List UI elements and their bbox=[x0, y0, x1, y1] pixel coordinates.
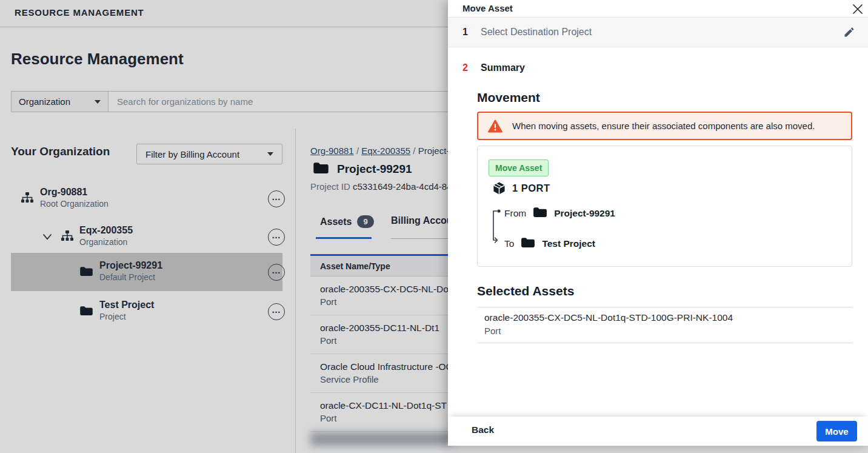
breadcrumb-separator: / bbox=[356, 146, 361, 156]
folder-icon bbox=[521, 237, 535, 250]
ellipsis-icon: … bbox=[272, 232, 281, 238]
back-button[interactable]: Back bbox=[472, 424, 494, 435]
tree-item-name: Eqx-200355 bbox=[79, 224, 133, 237]
project-id-label: Project ID bbox=[310, 181, 350, 192]
breadcrumb-link-org[interactable]: Org-90881 bbox=[310, 146, 354, 156]
tree-row-eqx-200355[interactable]: Eqx-200355 Organization … bbox=[11, 218, 282, 256]
package-cube-icon bbox=[492, 181, 506, 195]
row-actions-menu-button[interactable]: … bbox=[268, 229, 285, 246]
tree-row-test-project[interactable]: Test Project Project … bbox=[11, 292, 282, 331]
from-to-connector-icon bbox=[491, 208, 503, 246]
selected-asset-type: Port bbox=[484, 326, 501, 336]
pencil-icon bbox=[843, 26, 855, 38]
movement-card: Move Asset 1 PORT From Project- bbox=[477, 146, 852, 267]
warning-banner: When moving assets, ensure their associa… bbox=[477, 112, 852, 140]
tree-item-type: Default Project bbox=[99, 272, 162, 283]
asset-count-label: 1 PORT bbox=[512, 183, 550, 194]
move-asset-drawer: Move Asset 1 Select Destination Project … bbox=[448, 0, 868, 446]
ellipsis-icon: … bbox=[272, 267, 281, 273]
project-title: Project-99291 bbox=[337, 163, 412, 176]
tree-item-type: Project bbox=[99, 311, 154, 322]
to-project-name: Test Project bbox=[542, 238, 595, 249]
panel-divider bbox=[295, 129, 296, 453]
your-organization-heading: Your Organization bbox=[11, 145, 110, 158]
step-number: 1 bbox=[462, 27, 468, 38]
drawer-footer: Back Move bbox=[448, 417, 868, 446]
page-title: Resource Management bbox=[11, 50, 184, 69]
edit-step-button[interactable] bbox=[842, 25, 856, 40]
folder-icon bbox=[80, 266, 93, 278]
breadcrumb-link-eqx[interactable]: Eqx-200355 bbox=[361, 146, 410, 156]
ellipsis-icon: … bbox=[272, 194, 281, 200]
project-id-value: c5331649-24ba-4cd4-845 bbox=[353, 181, 457, 192]
move-asset-badge: Move Asset bbox=[489, 159, 549, 176]
billing-filter-label: Filter by Billing Account bbox=[145, 149, 239, 159]
row-actions-menu-button[interactable]: … bbox=[268, 264, 285, 281]
tree-item-name: Test Project bbox=[99, 299, 154, 311]
assets-count-badge: 9 bbox=[357, 215, 373, 228]
divider bbox=[477, 307, 852, 307]
blurred-table-row bbox=[310, 432, 453, 446]
step-number: 2 bbox=[462, 62, 468, 73]
warning-icon bbox=[488, 119, 502, 133]
ellipsis-icon: … bbox=[272, 307, 281, 313]
breadcrumb-separator: / bbox=[413, 146, 418, 156]
search-scope-select[interactable]: Organization bbox=[11, 91, 109, 112]
selected-assets-heading: Selected Assets bbox=[477, 284, 574, 298]
drawer-header: Move Asset bbox=[448, 0, 868, 18]
chevron-down-icon[interactable] bbox=[42, 232, 52, 243]
tree-item-name: Org-90881 bbox=[40, 186, 109, 198]
row-actions-menu-button[interactable]: … bbox=[268, 190, 285, 207]
resource-management-app: RESOURCE MANAGEMENT Resource Management … bbox=[0, 0, 868, 453]
from-project-name: Project-99291 bbox=[554, 208, 615, 219]
app-title: RESOURCE MANAGEMENT bbox=[15, 7, 144, 18]
step-2-summary: 2 Summary bbox=[448, 60, 868, 78]
org-hierarchy-icon bbox=[61, 230, 74, 244]
tree-row-project-99291[interactable]: Project-99291 Default Project … bbox=[11, 253, 282, 291]
folder-icon bbox=[80, 306, 93, 318]
step-label: Summary bbox=[481, 62, 525, 73]
billing-account-filter-select[interactable]: Filter by Billing Account bbox=[136, 144, 282, 164]
active-tab-indicator bbox=[316, 237, 372, 239]
close-button[interactable] bbox=[850, 2, 865, 16]
chevron-down-icon bbox=[267, 152, 273, 156]
tree-item-type: Organization bbox=[79, 237, 133, 247]
tab-assets[interactable]: Assets 9 bbox=[320, 215, 374, 228]
warning-text: When moving assets, ensure their associa… bbox=[512, 121, 815, 131]
column-header-label: Asset Name/Type bbox=[320, 261, 390, 271]
folder-icon bbox=[313, 162, 329, 176]
tab-assets-label: Assets bbox=[320, 216, 352, 227]
drawer-title: Move Asset bbox=[462, 3, 513, 13]
divider bbox=[477, 343, 852, 343]
movement-heading: Movement bbox=[477, 90, 540, 105]
selected-asset-name: oracle-200355-CX-DC5-NL-Dot1q-STD-100G-P… bbox=[484, 312, 733, 323]
org-hierarchy-icon bbox=[21, 192, 34, 206]
tree-row-org-90881[interactable]: Org-90881 Root Organization … bbox=[11, 180, 282, 218]
row-actions-menu-button[interactable]: … bbox=[268, 303, 285, 320]
from-label: From bbox=[504, 208, 526, 219]
move-button[interactable]: Move bbox=[816, 421, 857, 441]
step-1-select-destination[interactable]: 1 Select Destination Project bbox=[448, 18, 868, 47]
project-id-row: Project ID c5331649-24ba-4cd4-845 bbox=[310, 181, 457, 192]
close-icon bbox=[852, 4, 863, 15]
step-label: Select Destination Project bbox=[481, 27, 592, 38]
tree-item-type: Root Organization bbox=[40, 198, 109, 209]
to-label: To bbox=[504, 238, 514, 249]
folder-icon bbox=[533, 207, 547, 220]
search-scope-label: Organization bbox=[19, 96, 70, 107]
tree-item-name: Project-99291 bbox=[99, 260, 162, 272]
chevron-down-icon bbox=[95, 100, 101, 104]
